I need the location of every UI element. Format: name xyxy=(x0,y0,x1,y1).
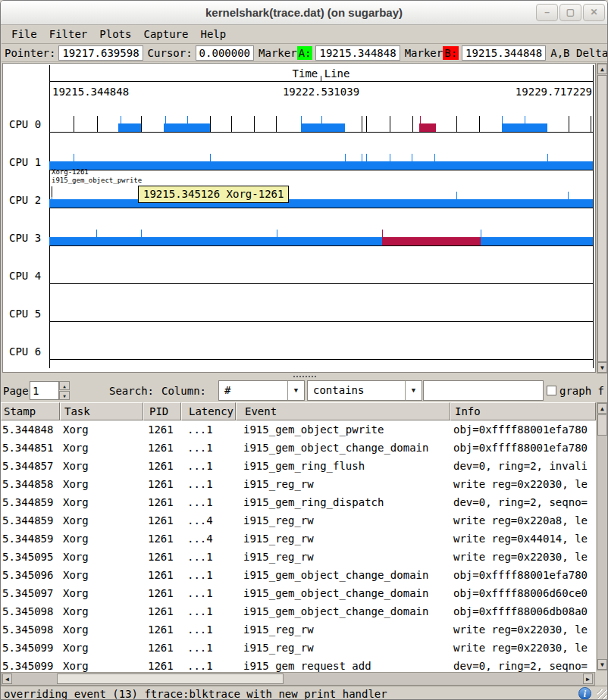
cell-info: dev=0, ring=2, seqno= xyxy=(450,493,596,511)
graph-vertical-scrollbar[interactable]: ▲ ▼ xyxy=(597,63,608,373)
h-scrollbar-thumb[interactable] xyxy=(57,673,284,684)
menu-filter[interactable]: Filter xyxy=(43,27,94,42)
cell-stamp: 5.345099 xyxy=(1,639,60,657)
table-row[interactable]: 5.345099Xorg1261...1i915_gem_request_add… xyxy=(1,657,596,672)
table-row[interactable]: 5.344848Xorg1261...1i915_gem_object_pwri… xyxy=(1,420,596,439)
cell-pid: 1261 xyxy=(143,439,181,457)
scroll-up-icon[interactable]: ▲ xyxy=(597,403,607,414)
graph-follows-checkbox[interactable] xyxy=(547,386,556,395)
cpu-task-bar[interactable] xyxy=(49,237,593,245)
event-tick xyxy=(362,154,362,170)
cell-event: i915_gem_ring_flush xyxy=(236,457,450,475)
spin-up-icon[interactable]: ▲ xyxy=(59,381,70,390)
spin-down-icon[interactable]: ▼ xyxy=(59,391,70,400)
column-header-event[interactable]: Event xyxy=(236,402,450,420)
table-row[interactable]: 5.345097Xorg1261...1i915_gem_object_chan… xyxy=(1,584,596,602)
resize-grip-icon[interactable] xyxy=(597,689,608,700)
scroll-down-icon[interactable]: ▼ xyxy=(597,659,607,670)
cpu-task-bar[interactable] xyxy=(49,161,593,170)
timeline-axis xyxy=(49,81,593,82)
event-tick xyxy=(547,154,548,170)
menu-file[interactable]: File xyxy=(5,27,43,42)
cell-latency: ...1 xyxy=(181,620,236,639)
page-spinbox[interactable] xyxy=(30,381,59,400)
cpu-task-bar[interactable] xyxy=(419,123,436,132)
search-input[interactable] xyxy=(423,380,544,401)
table-vertical-scrollbar[interactable]: ▲ ▼ xyxy=(597,402,608,670)
marker-bar: Pointer: 19217.639598 Cursor: 0.000000 M… xyxy=(2,44,608,62)
cursor-value: 0.000000 xyxy=(196,45,254,61)
column-select[interactable]: # ▼ xyxy=(218,380,305,401)
event-tick xyxy=(345,154,346,170)
timeline-canvas[interactable]: Time Line 19215.344848 19222.531039 1922… xyxy=(2,63,596,373)
cpu-task-bar[interactable] xyxy=(382,237,481,245)
title-bar[interactable]: kernelshark(trace.dat) (on sugarbay) – ▢… xyxy=(1,1,607,25)
cell-stamp: 5.345098 xyxy=(1,620,60,639)
maximize-button[interactable]: ▢ xyxy=(559,4,581,21)
table-row[interactable]: 5.345096Xorg1261...1i915_gem_object_chan… xyxy=(1,566,596,584)
cell-event: i915_gem_ring_dispatch xyxy=(236,493,450,511)
table-row[interactable]: 5.344851Xorg1261...1i915_gem_object_chan… xyxy=(1,439,596,457)
table-row[interactable]: 5.345098Xorg1261...1i915_reg_rwwrite reg… xyxy=(1,620,596,639)
cell-stamp: 5.344859 xyxy=(1,511,60,530)
cpu-baseline xyxy=(49,208,593,208)
info-icon[interactable]: i xyxy=(578,687,591,700)
hover-task-label: Xorg-1261 xyxy=(52,168,89,177)
column-header-latency[interactable]: Latency xyxy=(181,402,236,420)
kernelshark-window: kernelshark(trace.dat) (on sugarbay) – ▢… xyxy=(0,0,608,700)
table-row[interactable]: 5.344858Xorg1261...1i915_reg_rwwrite reg… xyxy=(1,475,596,493)
event-tick xyxy=(390,116,390,132)
marker-b-badge[interactable]: B: xyxy=(443,46,459,60)
table-row[interactable]: 5.344857Xorg1261...1i915_gem_ring_flushd… xyxy=(1,457,596,475)
graph-scrollbar-thumb[interactable] xyxy=(597,75,607,362)
scroll-left-icon[interactable]: ◀ xyxy=(2,673,12,684)
event-tick xyxy=(277,230,277,245)
close-button[interactable]: ✕ xyxy=(583,4,605,21)
cell-latency: ...1 xyxy=(181,457,236,475)
cpu-task-bar[interactable] xyxy=(301,123,345,132)
search-label: Search: xyxy=(109,385,154,397)
cell-task: Xorg xyxy=(60,566,143,584)
table-row[interactable]: 5.345095Xorg1261...1i915_reg_rwwrite reg… xyxy=(1,548,596,566)
column-header-pid[interactable]: PID xyxy=(143,402,181,420)
menu-help[interactable]: Help xyxy=(194,27,232,42)
scroll-up-icon[interactable]: ▲ xyxy=(597,64,607,74)
cell-event: i915_reg_rw xyxy=(236,620,450,639)
event-tick xyxy=(74,116,74,132)
event-tick xyxy=(382,230,383,245)
table-row[interactable]: 5.344859Xorg1261...4i915_reg_rwwrite reg… xyxy=(1,511,596,530)
cell-stamp: 5.345095 xyxy=(1,548,60,566)
minimize-button[interactable]: – xyxy=(536,4,558,21)
cpu-task-bar[interactable] xyxy=(49,199,593,208)
cell-stamp: 5.344857 xyxy=(1,457,60,475)
column-header-stamp[interactable]: Stamp xyxy=(1,402,60,420)
event-tick xyxy=(525,116,525,132)
column-header-task[interactable]: Task xyxy=(60,402,143,420)
table-horizontal-scrollbar[interactable]: ◀ ▶ xyxy=(1,672,595,686)
cell-stamp: 5.344848 xyxy=(1,420,60,439)
chevron-down-icon[interactable]: ▼ xyxy=(287,381,304,400)
cell-task: Xorg xyxy=(60,493,143,511)
cell-latency: ...1 xyxy=(181,602,236,620)
chevron-down-icon[interactable]: ▼ xyxy=(405,381,422,400)
marker-a-badge[interactable]: A: xyxy=(297,46,313,60)
table-row[interactable]: 5.345099Xorg1261...1i915_reg_rwwrite reg… xyxy=(1,639,596,657)
scroll-right-icon[interactable]: ▶ xyxy=(583,673,593,684)
ab-delta-label: A,B Delta: xyxy=(550,47,608,59)
cell-info: obj=0xffff88006db08a0 xyxy=(450,602,596,620)
cpu-task-bar[interactable] xyxy=(118,123,142,132)
table-scrollbar-thumb[interactable] xyxy=(597,414,607,436)
table-row[interactable]: 5.344859Xorg1261...1i915_gem_ring_dispat… xyxy=(1,493,596,511)
cell-task: Xorg xyxy=(60,439,143,457)
table-row[interactable]: 5.344859Xorg1261...4i915_reg_rwwrite reg… xyxy=(1,530,596,548)
event-tick xyxy=(97,116,98,132)
cell-event: i915_gem_object_change_domain xyxy=(236,439,450,457)
event-tick xyxy=(141,116,142,132)
column-header-info[interactable]: Info xyxy=(450,402,596,420)
scroll-down-icon[interactable]: ▼ xyxy=(597,362,607,373)
cpu-label: CPU 0 xyxy=(9,118,41,130)
menu-plots[interactable]: Plots xyxy=(93,27,137,42)
match-select[interactable]: contains ▼ xyxy=(307,380,422,401)
table-row[interactable]: 5.345098Xorg1261...1i915_gem_object_chan… xyxy=(1,602,596,620)
menu-capture[interactable]: Capture xyxy=(137,27,194,42)
